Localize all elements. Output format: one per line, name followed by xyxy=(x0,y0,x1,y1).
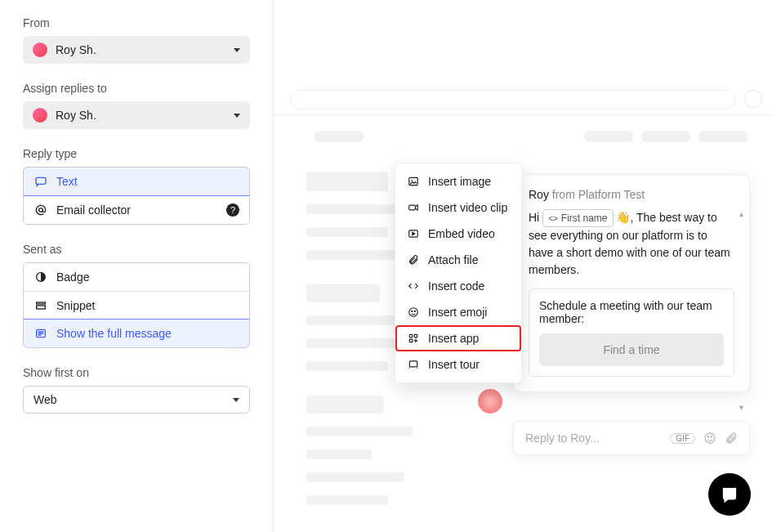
from-dropdown[interactable]: Roy Sh. xyxy=(23,36,250,64)
image-icon xyxy=(407,175,420,188)
reply-actions: GIF xyxy=(670,431,738,445)
tour-icon xyxy=(407,358,420,371)
svg-point-10 xyxy=(411,180,413,181)
skeleton xyxy=(584,131,633,142)
wave-emoji: 👋 xyxy=(616,209,630,226)
skeleton xyxy=(315,131,364,142)
menu-label: Insert tour xyxy=(428,358,480,371)
paperclip-icon[interactable] xyxy=(725,431,738,445)
author-avatar xyxy=(478,389,502,414)
reply-type-text[interactable]: Text xyxy=(23,167,250,196)
reply-type-label: Reply type xyxy=(23,147,250,160)
skeleton xyxy=(641,131,690,142)
option-label: Email collector xyxy=(56,203,131,217)
message-author: Roy from Platform Test xyxy=(529,188,734,201)
at-icon xyxy=(33,203,48,217)
svg-rect-19 xyxy=(409,361,417,367)
sent-as-full[interactable]: Show the full message xyxy=(23,319,250,348)
assign-label: Assign replies to xyxy=(23,82,250,95)
from-value: Roy Sh. xyxy=(56,43,234,56)
svg-rect-16 xyxy=(409,334,413,338)
svg-point-22 xyxy=(711,436,712,437)
snippet-icon xyxy=(33,298,48,313)
option-label: Show the full message xyxy=(56,327,172,340)
divider xyxy=(274,114,772,115)
show-first-value: Web xyxy=(33,393,233,406)
menu-label: Embed video xyxy=(428,227,495,240)
assign-value: Roy Sh. xyxy=(56,109,234,122)
avatar xyxy=(33,42,47,57)
scroll-indicator: ▲▼ xyxy=(738,209,743,258)
chat-icon xyxy=(33,174,48,189)
sent-as-label: Sent as xyxy=(23,243,250,256)
paperclip-icon xyxy=(407,253,420,266)
skeleton-search xyxy=(290,90,735,110)
gif-button[interactable]: GIF xyxy=(670,433,695,444)
assign-dropdown[interactable]: Roy Sh. xyxy=(23,101,250,129)
reply-bar[interactable]: Reply to Roy... GIF xyxy=(513,421,750,455)
attach-file[interactable]: Attach file xyxy=(395,247,521,273)
menu-label: Insert image xyxy=(428,175,491,188)
camera-icon xyxy=(407,201,420,214)
menu-label: Insert app xyxy=(428,332,479,345)
badge-icon xyxy=(33,270,48,284)
embed-video[interactable]: Embed video xyxy=(395,221,521,247)
svg-rect-3 xyxy=(37,302,46,304)
find-time-button[interactable]: Find a time xyxy=(539,333,724,366)
insert-menu: Insert image Insert video clip Embed vid… xyxy=(395,163,522,383)
skeleton xyxy=(698,131,747,142)
menu-label: Attach file xyxy=(428,253,478,266)
svg-rect-4 xyxy=(37,306,46,309)
text: Hi xyxy=(529,211,542,224)
message-icon xyxy=(33,326,48,341)
insert-tour[interactable]: Insert tour xyxy=(395,351,521,378)
avatar xyxy=(33,108,47,123)
show-first-label: Show first on xyxy=(23,366,250,379)
show-first-dropdown[interactable]: Web xyxy=(23,386,250,414)
code-icon xyxy=(407,279,420,293)
chevron-down-icon xyxy=(234,114,240,118)
svg-point-1 xyxy=(39,208,43,212)
menu-label: Insert video clip xyxy=(428,201,507,214)
insert-code[interactable]: Insert code xyxy=(395,273,521,299)
play-icon xyxy=(407,227,420,240)
svg-point-13 xyxy=(409,308,418,317)
messenger-icon xyxy=(719,484,740,505)
reply-input[interactable]: Reply to Roy... xyxy=(525,431,670,445)
sent-as-group: Badge Snippet Show the full message xyxy=(23,262,250,348)
svg-rect-0 xyxy=(36,177,46,184)
emoji-icon xyxy=(407,306,420,319)
skeleton-avatar xyxy=(744,90,762,108)
scheduler-block: Schedule a meeting with our team member:… xyxy=(529,288,734,377)
svg-point-21 xyxy=(707,436,708,437)
insert-emoji[interactable]: Insert emoji xyxy=(395,299,521,325)
sent-as-snippet[interactable]: Snippet xyxy=(24,291,249,320)
app-icon xyxy=(407,332,420,345)
menu-label: Insert code xyxy=(428,279,484,293)
svg-rect-18 xyxy=(409,339,413,342)
author-suffix: from Platform Test xyxy=(552,188,645,201)
emoji-icon[interactable] xyxy=(703,431,716,445)
reply-type-email[interactable]: Email collector ? xyxy=(24,195,249,224)
scheduler-label: Schedule a meeting with our team member: xyxy=(539,299,724,325)
help-icon[interactable]: ? xyxy=(226,203,239,217)
insert-image[interactable]: Insert image xyxy=(395,168,521,194)
svg-rect-11 xyxy=(409,205,416,210)
messenger-launcher[interactable] xyxy=(708,473,751,516)
svg-rect-17 xyxy=(414,334,417,338)
option-label: Snippet xyxy=(56,299,95,312)
tag-icon: <> xyxy=(548,212,558,225)
sent-as-badge[interactable]: Badge xyxy=(24,263,249,291)
message-body[interactable]: Hi <>First name 👋, The best way to see e… xyxy=(529,209,734,279)
reply-type-group: Text Email collector ? xyxy=(23,167,250,225)
token-label: First name xyxy=(561,211,608,226)
merge-tag-first-name[interactable]: <>First name xyxy=(542,209,613,227)
insert-app[interactable]: Insert app xyxy=(395,325,521,351)
svg-point-20 xyxy=(705,433,715,443)
settings-panel: From Roy Sh. Assign replies to Roy Sh. R… xyxy=(0,0,274,532)
svg-point-15 xyxy=(414,311,415,311)
svg-point-14 xyxy=(412,311,413,311)
chevron-down-icon xyxy=(234,48,240,52)
insert-video-clip[interactable]: Insert video clip xyxy=(395,194,521,221)
author-name: Roy xyxy=(529,188,549,201)
